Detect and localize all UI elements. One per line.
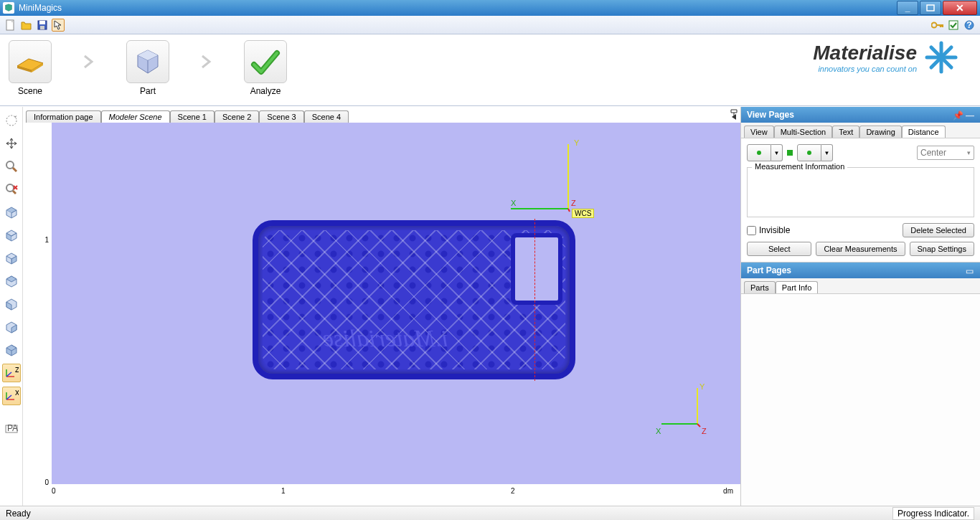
axis-view-1-icon[interactable]: z bbox=[2, 364, 21, 382]
svg-point-5 bbox=[932, 22, 937, 27]
vptab-drawing[interactable]: Drawing bbox=[859, 126, 901, 138]
view-bottom-icon[interactable] bbox=[2, 272, 21, 290]
ribbon-part[interactable]: Part bbox=[125, 40, 171, 96]
maximize-button[interactable] bbox=[920, 1, 941, 15]
clear-measurements-button[interactable]: Clear Measurements bbox=[816, 242, 905, 256]
key-icon[interactable] bbox=[931, 19, 944, 32]
pptab-parts[interactable]: Parts bbox=[744, 281, 776, 293]
zoom-cancel-icon[interactable] bbox=[2, 180, 21, 199]
window-titlebar: MiniMagics _ ✕ bbox=[0, 0, 980, 16]
part-icon bbox=[126, 40, 169, 83]
view-toolbar: z x PARS bbox=[0, 107, 23, 506]
zoom-icon[interactable] bbox=[2, 157, 21, 176]
svg-line-19 bbox=[13, 168, 17, 171]
params-icon[interactable]: PARS bbox=[2, 420, 21, 438]
view-top-icon[interactable] bbox=[2, 203, 21, 222]
view-pages-header: View Pages 📌 — bbox=[741, 107, 980, 123]
3d-viewport[interactable]: Y X Z WCS i.Materialise Y bbox=[52, 123, 740, 484]
point-a-dropdown[interactable]: ▼ bbox=[771, 144, 783, 161]
tab-scene-2[interactable]: Scene 2 bbox=[215, 110, 259, 123]
point-b-dropdown[interactable]: ▼ bbox=[821, 144, 833, 161]
svg-line-34 bbox=[568, 209, 570, 212]
part-pages-tabs: Parts Part Info bbox=[741, 278, 980, 294]
view-left-icon[interactable] bbox=[2, 318, 21, 336]
measurement-info-fieldset: Measurement Information bbox=[747, 167, 974, 217]
snap-settings-button[interactable]: Snap Settings bbox=[910, 242, 975, 256]
svg-rect-0 bbox=[927, 5, 934, 11]
link-icon bbox=[787, 150, 793, 156]
vptab-text[interactable]: Text bbox=[832, 126, 859, 138]
tab-scene-3[interactable]: Scene 3 bbox=[259, 110, 303, 123]
wcs-label: WCS bbox=[572, 209, 594, 218]
check-icon[interactable] bbox=[947, 19, 960, 32]
save-icon[interactable] bbox=[36, 19, 49, 32]
point-a-button[interactable] bbox=[747, 144, 771, 161]
vptab-multisection[interactable]: Multi-Section bbox=[774, 126, 833, 138]
svg-line-28 bbox=[6, 395, 11, 400]
invisible-checkbox[interactable]: Invisible bbox=[747, 225, 898, 235]
pan-icon[interactable] bbox=[2, 134, 21, 153]
ribbon-analyze[interactable]: Analyze bbox=[242, 40, 288, 96]
3d-model[interactable]: i.Materialise bbox=[253, 220, 575, 379]
tab-information-page[interactable]: Information page bbox=[26, 110, 101, 123]
progress-indicator: Progress Indicator. bbox=[892, 507, 974, 520]
pptab-partinfo[interactable]: Part Info bbox=[776, 281, 819, 293]
svg-rect-3 bbox=[39, 21, 45, 24]
viewport-container: dm 1 0 0 1 2 dm Y X Z WCS bbox=[23, 123, 740, 506]
app-icon bbox=[3, 2, 14, 14]
svg-text:z: z bbox=[15, 367, 19, 374]
svg-line-24 bbox=[6, 372, 11, 377]
part-info-body bbox=[741, 294, 980, 506]
svg-point-20 bbox=[6, 184, 14, 192]
tab-scene-4[interactable]: Scene 4 bbox=[304, 110, 349, 123]
vptab-distance[interactable]: Distance bbox=[902, 126, 946, 138]
svg-line-21 bbox=[13, 191, 16, 194]
distance-panel-body: ▼ ▼ Center Measurement Information Invis… bbox=[741, 138, 980, 263]
select-icon[interactable] bbox=[52, 19, 65, 32]
tab-scene-1[interactable]: Scene 1 bbox=[170, 110, 215, 123]
svg-rect-6 bbox=[949, 21, 958, 29]
minimize-button[interactable]: _ bbox=[897, 1, 918, 15]
vptab-view[interactable]: View bbox=[744, 126, 774, 138]
svg-point-18 bbox=[6, 161, 14, 169]
wcs-axis-icon bbox=[504, 137, 590, 216]
close-button[interactable]: ✕ bbox=[943, 1, 977, 15]
window-title: MiniMagics bbox=[19, 3, 895, 13]
view-pages-tabs: View Multi-Section Text Drawing Distance bbox=[741, 123, 980, 138]
status-text: Ready bbox=[6, 509, 31, 519]
part-pages-header: Part Pages ▭ bbox=[741, 263, 980, 278]
ruler-horizontal: 0 1 2 dm bbox=[52, 484, 740, 506]
help-icon[interactable]: ? bbox=[963, 19, 976, 32]
view-back-icon[interactable] bbox=[2, 295, 21, 313]
svg-text:?: ? bbox=[966, 20, 971, 30]
brand-starburst-icon bbox=[924, 40, 958, 75]
view-front-icon[interactable] bbox=[2, 226, 21, 245]
view-iso-icon[interactable] bbox=[2, 341, 21, 359]
brand-logo: Materialise innovators you can count on bbox=[813, 40, 973, 75]
svg-rect-4 bbox=[40, 26, 44, 29]
minimize-panel-icon[interactable]: — bbox=[966, 110, 974, 119]
select-button[interactable]: Select bbox=[747, 242, 811, 256]
chevron-right-icon bbox=[67, 40, 110, 83]
svg-line-37 bbox=[697, 424, 700, 427]
svg-text:x: x bbox=[15, 390, 19, 397]
quick-toolbar: ? bbox=[0, 16, 980, 34]
rotate-icon[interactable] bbox=[2, 111, 21, 130]
tab-modeler-scene[interactable]: Modeler Scene bbox=[101, 110, 170, 123]
scene-icon bbox=[9, 40, 52, 83]
pin-icon[interactable]: 📌 bbox=[953, 110, 961, 119]
new-file-icon[interactable] bbox=[4, 19, 17, 32]
view-right-icon[interactable] bbox=[2, 249, 21, 268]
align-combo[interactable]: Center bbox=[917, 146, 974, 160]
center-area: Information page Modeler Scene Scene 1 S… bbox=[23, 107, 740, 506]
axis-view-2-icon[interactable]: x bbox=[2, 387, 21, 405]
ribbon-scene[interactable]: Scene bbox=[7, 40, 53, 96]
right-panels: View Pages 📌 — View Multi-Section Text D… bbox=[740, 107, 980, 506]
open-file-icon[interactable] bbox=[20, 19, 33, 32]
panel-collapse-icon[interactable] bbox=[729, 107, 739, 120]
minimize-panel-icon[interactable]: ▭ bbox=[966, 266, 974, 275]
delete-selected-button[interactable]: Delete Selected bbox=[903, 223, 974, 237]
ruler-vertical: 1 0 bbox=[23, 123, 52, 484]
status-bar: Ready Progress Indicator. bbox=[0, 506, 980, 520]
point-b-button[interactable] bbox=[797, 144, 821, 161]
